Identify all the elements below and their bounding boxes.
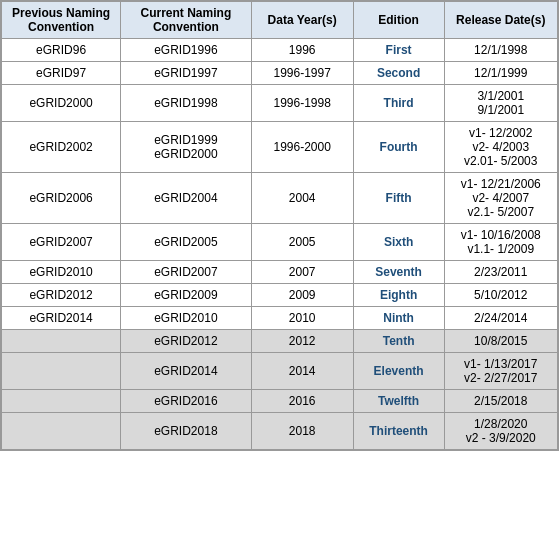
cell-curr: eGRID1999eGRID2000 — [121, 122, 251, 173]
cell-prev: eGRID96 — [2, 39, 121, 62]
cell-edition: Second — [353, 62, 444, 85]
cell-data: 2010 — [251, 307, 353, 330]
header-edition: Edition — [353, 2, 444, 39]
cell-prev: eGRID2012 — [2, 284, 121, 307]
cell-curr: eGRID2014 — [121, 353, 251, 390]
cell-curr: eGRID2005 — [121, 224, 251, 261]
cell-data: 1996-1998 — [251, 85, 353, 122]
cell-data: 1996 — [251, 39, 353, 62]
table-row: eGRID96eGRID19961996First12/1/1998 — [2, 39, 558, 62]
table-row: eGRID2007eGRID20052005Sixthv1- 10/16/200… — [2, 224, 558, 261]
cell-edition: Sixth — [353, 224, 444, 261]
cell-edition: First — [353, 39, 444, 62]
cell-prev — [2, 390, 121, 413]
cell-curr: eGRID2007 — [121, 261, 251, 284]
header-release: Release Date(s) — [444, 2, 558, 39]
cell-release: 5/10/2012 — [444, 284, 558, 307]
cell-release: v1- 12/2002v2- 4/2003v2.01- 5/2003 — [444, 122, 558, 173]
table-row: eGRID2000eGRID19981996-1998Third3/1/2001… — [2, 85, 558, 122]
cell-prev: eGRID2002 — [2, 122, 121, 173]
cell-release: 12/1/1999 — [444, 62, 558, 85]
table-row: eGRID2002eGRID1999eGRID20001996-2000Four… — [2, 122, 558, 173]
cell-data: 2016 — [251, 390, 353, 413]
cell-release: v1- 10/16/2008v1.1- 1/2009 — [444, 224, 558, 261]
cell-data: 2007 — [251, 261, 353, 284]
table-row: eGRID2010eGRID20072007Seventh2/23/2011 — [2, 261, 558, 284]
cell-edition: Third — [353, 85, 444, 122]
table-row: eGRID20182018Thirteenth1/28/2020v2 - 3/9… — [2, 413, 558, 450]
cell-edition: Ninth — [353, 307, 444, 330]
table-row: eGRID2014eGRID20102010Ninth2/24/2014 — [2, 307, 558, 330]
cell-data: 2009 — [251, 284, 353, 307]
cell-prev: eGRID2006 — [2, 173, 121, 224]
cell-edition: Fifth — [353, 173, 444, 224]
cell-prev: eGRID2014 — [2, 307, 121, 330]
cell-release: v1- 1/13/2017v2- 2/27/2017 — [444, 353, 558, 390]
cell-prev — [2, 413, 121, 450]
cell-release: 2/24/2014 — [444, 307, 558, 330]
cell-release: 10/8/2015 — [444, 330, 558, 353]
cell-edition: Tenth — [353, 330, 444, 353]
cell-data: 1996-2000 — [251, 122, 353, 173]
cell-prev: eGRID2000 — [2, 85, 121, 122]
table-row: eGRID20122012Tenth10/8/2015 — [2, 330, 558, 353]
cell-curr: eGRID2012 — [121, 330, 251, 353]
cell-curr: eGRID2009 — [121, 284, 251, 307]
cell-edition: Eleventh — [353, 353, 444, 390]
cell-data: 2014 — [251, 353, 353, 390]
cell-curr: eGRID2018 — [121, 413, 251, 450]
table-row: eGRID20162016Twelfth2/15/2018 — [2, 390, 558, 413]
cell-release: 2/15/2018 — [444, 390, 558, 413]
cell-release: 2/23/2011 — [444, 261, 558, 284]
cell-prev: eGRID97 — [2, 62, 121, 85]
cell-curr: eGRID1997 — [121, 62, 251, 85]
cell-release: 1/28/2020v2 - 3/9/2020 — [444, 413, 558, 450]
cell-edition: Fourth — [353, 122, 444, 173]
header-prev: Previous Naming Convention — [2, 2, 121, 39]
header-row: Previous Naming Convention Current Namin… — [2, 2, 558, 39]
table-row: eGRID2006eGRID20042004Fifthv1- 12/21/200… — [2, 173, 558, 224]
cell-data: 2018 — [251, 413, 353, 450]
cell-curr: eGRID2016 — [121, 390, 251, 413]
cell-release: 3/1/20019/1/2001 — [444, 85, 558, 122]
table-row: eGRID97eGRID19971996-1997Second12/1/1999 — [2, 62, 558, 85]
cell-curr: eGRID2010 — [121, 307, 251, 330]
header-data: Data Year(s) — [251, 2, 353, 39]
cell-prev: eGRID2010 — [2, 261, 121, 284]
cell-curr: eGRID1998 — [121, 85, 251, 122]
cell-curr: eGRID2004 — [121, 173, 251, 224]
cell-prev — [2, 330, 121, 353]
cell-edition: Twelfth — [353, 390, 444, 413]
cell-release: 12/1/1998 — [444, 39, 558, 62]
main-table-container: Previous Naming Convention Current Namin… — [0, 0, 559, 451]
cell-data: 2012 — [251, 330, 353, 353]
cell-release: v1- 12/21/2006v2- 4/2007v2.1- 5/2007 — [444, 173, 558, 224]
header-curr: Current Naming Convention — [121, 2, 251, 39]
cell-prev — [2, 353, 121, 390]
cell-data: 1996-1997 — [251, 62, 353, 85]
cell-edition: Eighth — [353, 284, 444, 307]
cell-prev: eGRID2007 — [2, 224, 121, 261]
cell-edition: Thirteenth — [353, 413, 444, 450]
table-row: eGRID20142014Eleventhv1- 1/13/2017v2- 2/… — [2, 353, 558, 390]
cell-curr: eGRID1996 — [121, 39, 251, 62]
cell-edition: Seventh — [353, 261, 444, 284]
table-row: eGRID2012eGRID20092009Eighth5/10/2012 — [2, 284, 558, 307]
cell-data: 2004 — [251, 173, 353, 224]
cell-data: 2005 — [251, 224, 353, 261]
egrid-table: Previous Naming Convention Current Namin… — [1, 1, 558, 450]
